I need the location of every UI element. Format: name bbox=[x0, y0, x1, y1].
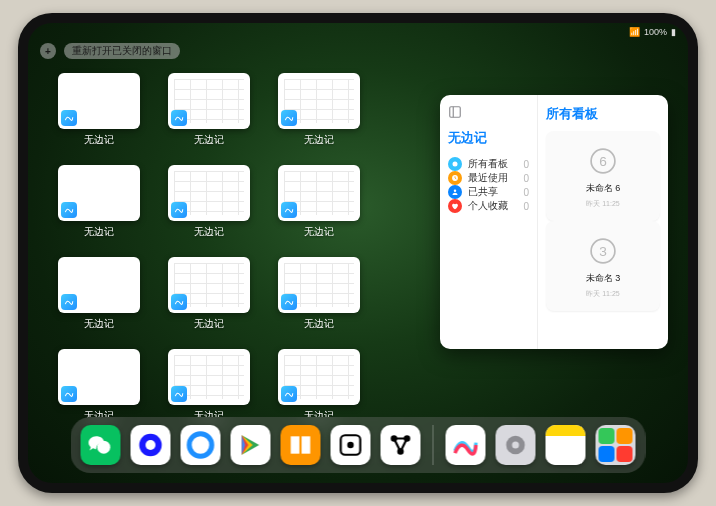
board-label: 未命名 6 bbox=[586, 182, 621, 195]
svg-point-4 bbox=[454, 190, 457, 193]
app-switcher-grid: 无边记无边记无边记无边记无边记无边记无边记无边记无边记无边记无边记无边记 bbox=[58, 73, 428, 423]
freeform-icon bbox=[281, 294, 297, 310]
freeform-icon bbox=[61, 202, 77, 218]
sidebar-item-count: 0 bbox=[523, 159, 529, 170]
board-sketch: 3 bbox=[586, 234, 620, 268]
tile-label: 无边记 bbox=[84, 133, 114, 147]
sidebar-item[interactable]: 已共享0 bbox=[448, 185, 529, 199]
freeform-icon bbox=[281, 110, 297, 126]
board-label: 未命名 3 bbox=[586, 272, 621, 285]
dock-node[interactable] bbox=[381, 425, 421, 465]
freeform-icon bbox=[171, 110, 187, 126]
tile-thumbnail bbox=[58, 165, 140, 221]
tile-thumbnail bbox=[278, 73, 360, 129]
tile-label: 无边记 bbox=[194, 133, 224, 147]
switcher-tile[interactable]: 无边记 bbox=[278, 349, 360, 423]
screen: 📶 100% ▮ + 重新打开已关闭的窗口 无边记无边记无边记无边记无边记无边记… bbox=[28, 23, 688, 483]
switcher-tile[interactable]: 无边记 bbox=[58, 257, 140, 331]
switcher-tile[interactable]: 无边记 bbox=[58, 165, 140, 239]
svg-text:6: 6 bbox=[599, 154, 607, 169]
tile-thumbnail bbox=[278, 257, 360, 313]
dock-settings[interactable] bbox=[496, 425, 536, 465]
svg-point-11 bbox=[146, 440, 156, 450]
switcher-tile[interactable]: 无边记 bbox=[278, 73, 360, 147]
tile-label: 无边记 bbox=[304, 133, 334, 147]
dock-books[interactable] bbox=[281, 425, 321, 465]
tile-label: 无边记 bbox=[304, 225, 334, 239]
switcher-tile[interactable]: 无边记 bbox=[168, 165, 250, 239]
switcher-tile[interactable]: 无边记 bbox=[278, 257, 360, 331]
sidebar-item-label: 已共享 bbox=[468, 185, 498, 199]
clock-icon bbox=[448, 171, 462, 185]
tile-thumbnail bbox=[58, 349, 140, 405]
toolbar: + 重新打开已关闭的窗口 bbox=[40, 43, 180, 59]
freeform-icon bbox=[171, 386, 187, 402]
svg-text:3: 3 bbox=[599, 244, 607, 259]
tile-thumbnail bbox=[168, 349, 250, 405]
board-card[interactable]: 3未命名 3昨天 11:25 bbox=[546, 221, 660, 311]
tile-thumbnail bbox=[168, 165, 250, 221]
panel-main: 所有看板 6未命名 6昨天 11:253未命名 3昨天 11:25 bbox=[538, 95, 668, 349]
sidebar-item[interactable]: 个人收藏0 bbox=[448, 199, 529, 213]
freeform-icon bbox=[281, 202, 297, 218]
battery-icon: ▮ bbox=[671, 27, 676, 37]
freeform-panel[interactable]: ··· 无边记 所有看板0最近使用0已共享0个人收藏0 所有看板 6未命名 6昨… bbox=[440, 95, 668, 349]
freeform-icon bbox=[171, 294, 187, 310]
board-sub: 昨天 11:25 bbox=[586, 289, 619, 299]
freeform-icon bbox=[171, 202, 187, 218]
reopen-button[interactable]: 重新打开已关闭的窗口 bbox=[64, 43, 180, 59]
tile-thumbnail bbox=[278, 349, 360, 405]
dock bbox=[71, 417, 646, 473]
svg-point-14 bbox=[347, 442, 354, 449]
board-sketch: 6 bbox=[586, 144, 620, 178]
panel-sidebar: 无边记 所有看板0最近使用0已共享0个人收藏0 bbox=[440, 95, 538, 349]
heart-icon bbox=[448, 199, 462, 213]
tile-thumbnail bbox=[278, 165, 360, 221]
battery-label: 100% bbox=[644, 27, 667, 37]
wifi-icon: 📶 bbox=[629, 27, 640, 37]
tile-label: 无边记 bbox=[84, 225, 114, 239]
dock-quark[interactable] bbox=[131, 425, 171, 465]
board-sub: 昨天 11:25 bbox=[586, 199, 619, 209]
board-card[interactable]: 6未命名 6昨天 11:25 bbox=[546, 131, 660, 221]
freeform-icon bbox=[61, 110, 77, 126]
add-button[interactable]: + bbox=[40, 43, 56, 59]
dock-library[interactable] bbox=[596, 425, 636, 465]
sidebar-item-count: 0 bbox=[523, 173, 529, 184]
switcher-tile[interactable]: 无边记 bbox=[168, 349, 250, 423]
tile-thumbnail bbox=[168, 73, 250, 129]
dock-qqbrowser[interactable] bbox=[181, 425, 221, 465]
freeform-icon bbox=[61, 386, 77, 402]
switcher-tile[interactable]: 无边记 bbox=[168, 257, 250, 331]
tile-thumbnail bbox=[58, 73, 140, 129]
freeform-icon bbox=[281, 386, 297, 402]
dock-wechat[interactable] bbox=[81, 425, 121, 465]
switcher-tile[interactable]: 无边记 bbox=[278, 165, 360, 239]
sidebar-item-label: 最近使用 bbox=[468, 171, 508, 185]
panel-main-title: 所有看板 bbox=[546, 105, 660, 123]
svg-point-2 bbox=[453, 162, 458, 167]
switcher-tile[interactable]: 无边记 bbox=[58, 349, 140, 423]
status-bar: 📶 100% ▮ bbox=[28, 23, 688, 41]
dock-notes[interactable] bbox=[546, 425, 586, 465]
dock-divider bbox=[433, 425, 434, 465]
sidebar-item-count: 0 bbox=[523, 201, 529, 212]
dock-freeform[interactable] bbox=[446, 425, 486, 465]
svg-rect-0 bbox=[450, 107, 461, 118]
switcher-tile[interactable]: 无边记 bbox=[58, 73, 140, 147]
dock-play[interactable] bbox=[231, 425, 271, 465]
tile-label: 无边记 bbox=[304, 317, 334, 331]
people-icon bbox=[448, 185, 462, 199]
sidebar-icon bbox=[448, 105, 529, 119]
sidebar-item-label: 所有看板 bbox=[468, 157, 508, 171]
sidebar-item[interactable]: 最近使用0 bbox=[448, 171, 529, 185]
status-right: 📶 100% ▮ bbox=[629, 27, 676, 37]
sidebar-item-label: 个人收藏 bbox=[468, 199, 508, 213]
switcher-tile[interactable]: 无边记 bbox=[168, 73, 250, 147]
dock-dice[interactable] bbox=[331, 425, 371, 465]
svg-point-19 bbox=[512, 442, 519, 449]
tile-label: 无边记 bbox=[84, 317, 114, 331]
sidebar-item[interactable]: 所有看板0 bbox=[448, 157, 529, 171]
tile-thumbnail bbox=[168, 257, 250, 313]
svg-point-9 bbox=[97, 441, 110, 454]
